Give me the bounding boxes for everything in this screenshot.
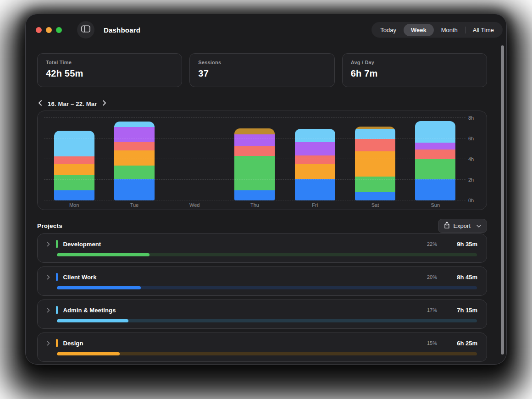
bar-mon[interactable] [54, 131, 94, 200]
day-label: Tue [104, 202, 164, 208]
day-label: Thu [225, 202, 285, 208]
sidebar-icon [81, 25, 90, 34]
day-label: Wed [165, 202, 225, 208]
project-time: 7h 15m [451, 307, 477, 314]
bar-segment-purple [114, 127, 155, 142]
project-progress [57, 286, 477, 289]
prev-week-button[interactable] [37, 99, 43, 109]
bar-segment-gold [234, 128, 275, 135]
stat-value: 37 [198, 68, 326, 79]
project-row-development[interactable]: Development 22% 9h 35m [37, 233, 487, 263]
bar-segment-purple [415, 143, 455, 150]
bar-segment-red [54, 156, 94, 164]
bar-segment-blue [355, 192, 395, 200]
vertical-scrollbar-thumb[interactable] [501, 45, 504, 355]
chevron-down-icon [477, 225, 481, 227]
bar-tue[interactable] [114, 122, 155, 200]
project-progress-fill [57, 286, 141, 289]
project-row-client-work[interactable]: Client Work 20% 8h 45m [37, 266, 487, 296]
project-name: Design [63, 340, 83, 347]
bar-segment-orange [54, 164, 94, 175]
bar-segment-blue [295, 179, 335, 200]
export-button-label: Export [453, 222, 471, 229]
chart-column [345, 119, 405, 200]
bar-segment-blue [114, 179, 155, 200]
bar-segment-sky [295, 129, 335, 142]
projects-header: Projects Export [37, 219, 487, 233]
app-window: Dashboard Today Week Month All Time Tota… [25, 14, 507, 365]
bar-segment-blue [415, 179, 455, 200]
axis-tick-label: 0h [468, 198, 481, 203]
tab-all-time[interactable]: All Time [466, 24, 501, 36]
bar-segment-green [415, 159, 455, 179]
project-percent: 20% [427, 274, 437, 280]
day-label: Fri [285, 202, 345, 208]
gridline [44, 138, 466, 139]
project-percent: 17% [427, 307, 437, 313]
day-label: Sun [405, 202, 466, 208]
project-progress-fill [57, 352, 120, 355]
traffic-light-close[interactable] [36, 27, 42, 33]
tab-week[interactable]: Week [404, 24, 434, 36]
expand-row-button[interactable] [47, 242, 50, 247]
bar-sun[interactable] [415, 121, 455, 200]
expand-row-button[interactable] [47, 275, 50, 280]
project-time: 6h 25m [451, 340, 477, 347]
project-color-pill [56, 306, 58, 314]
project-row-admin-meetings[interactable]: Admin & Meetings 17% 7h 15m [37, 299, 487, 329]
project-percent: 15% [427, 340, 437, 346]
stat-label: Total Time [46, 60, 173, 65]
bar-segment-green [54, 175, 94, 190]
bar-segment-orange [355, 151, 395, 177]
traffic-light-zoom[interactable] [56, 27, 62, 33]
project-row-design[interactable]: Design 15% 6h 25m [37, 332, 487, 362]
stat-value: 6h 7m [351, 68, 478, 79]
project-time: 8h 45m [451, 274, 477, 281]
project-name: Client Work [63, 274, 97, 281]
project-progress [57, 319, 477, 322]
gridline [44, 117, 466, 118]
project-color-pill [56, 273, 58, 281]
expand-row-button[interactable] [47, 308, 50, 313]
projects-section-title: Projects [37, 222, 62, 229]
project-list: Development 22% 9h 35m Client Work 20% 8… [37, 233, 487, 362]
chevron-right-icon [102, 100, 106, 108]
traffic-light-minimize[interactable] [46, 27, 52, 33]
tab-today[interactable]: Today [373, 24, 404, 36]
chart-card: MonTueWedThuFriSatSun 0h2h4h6h8h [37, 111, 487, 210]
chart-column [405, 119, 466, 200]
project-percent: 22% [427, 241, 437, 247]
stat-card-total-time: Total Time 42h 55m [37, 53, 182, 87]
bar-segment-purple [234, 134, 275, 146]
date-range-navigator: 16. Mar – 22. Mar [37, 99, 107, 109]
bar-thu[interactable] [234, 128, 275, 201]
bar-segment-purple [295, 142, 335, 155]
project-progress [57, 352, 477, 355]
bar-segment-green [114, 166, 155, 179]
stats-row: Total Time 42h 55m Sessions 37 Avg / Day… [37, 53, 487, 87]
gridline [44, 179, 466, 180]
chevron-left-icon [38, 100, 42, 108]
chart-column [285, 119, 345, 200]
project-progress-fill [57, 253, 150, 256]
bar-segment-red [355, 139, 395, 151]
export-button[interactable]: Export [438, 219, 487, 233]
next-week-button[interactable] [101, 99, 107, 109]
bar-segment-red [114, 142, 155, 150]
bar-segment-red [295, 155, 335, 164]
gridline [44, 200, 466, 200]
stat-value: 42h 55m [46, 68, 173, 79]
sidebar-toggle-button[interactable] [77, 21, 94, 39]
tab-month[interactable]: Month [434, 24, 465, 36]
project-name: Development [63, 241, 101, 248]
bar-segment-blue [54, 190, 94, 201]
expand-row-button[interactable] [47, 341, 50, 346]
date-range-label: 16. Mar – 22. Mar [48, 100, 97, 107]
bar-segment-sky [54, 131, 94, 156]
bar-segment-orange [114, 150, 155, 166]
project-progress [57, 253, 477, 256]
chart-column [165, 119, 225, 200]
time-range-segmented-control: Today Week Month All Time [371, 22, 503, 38]
bar-fri[interactable] [295, 129, 335, 200]
project-color-pill [56, 339, 58, 347]
